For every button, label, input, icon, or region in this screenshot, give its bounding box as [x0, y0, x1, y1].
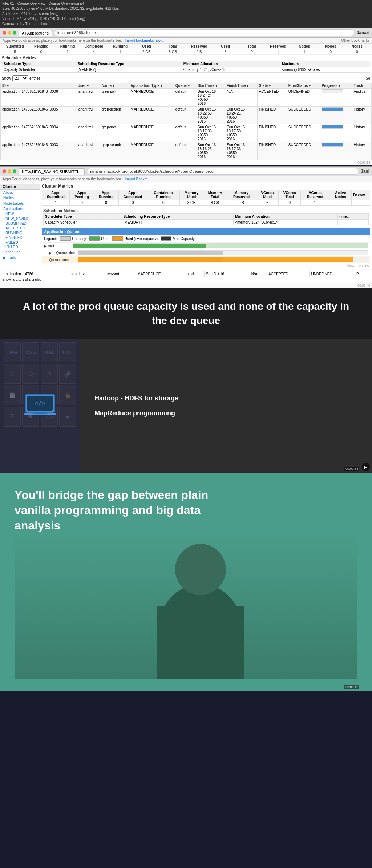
close-dot[interactable] [3, 31, 6, 35]
icon-star: ★ [59, 407, 76, 427]
sidebar-apps-subgroup: NEW NEW_SAVING SUBMITTED ACCEPTED RUNNIN… [0, 212, 40, 249]
col-resource-type: Scheduling Resource Type [76, 61, 182, 67]
icon-link: 🔗 [59, 364, 76, 384]
partial-app-table: application_14766... jananiravi grep-sor… [2, 271, 370, 277]
icon-nodes2: ⬡ [22, 364, 39, 384]
video-file: File: 01 - Course Overview - Course Over… [2, 1, 370, 6]
entries-select[interactable]: 2050100 [12, 75, 28, 81]
scheduler-metrics-2: Scheduler Metrics Scheduler Type Schedul… [42, 207, 370, 227]
video-text-2: MapReduce programming [94, 409, 357, 417]
cluster-main-2: Cluster Metrics Apps Submitted Apps Pend… [40, 182, 372, 270]
sidebar-subitem-newsaving[interactable]: NEW_SAVING [2, 216, 40, 221]
video-left-panel: JPG CSS HTML EXE ⬡ ⬡ ⚙ 🔗 📄 ▦ → 🔒 🗄 🔍 </>… [0, 339, 80, 473]
browser-chrome-1: All Applications localhost:8088/cluster … [0, 28, 372, 38]
col-final: FinalStatus ▾ [287, 83, 320, 89]
bookmarks-link-1[interactable]: Import bookmarks now... [125, 39, 165, 43]
window-controls [3, 31, 16, 35]
icon-css: CSS [22, 342, 39, 362]
svg-point-6 [175, 544, 226, 595]
video-right-panel: Hadoop - HDFS for storage MapReduce prog… [80, 339, 372, 473]
timecode-2: 00:00:40 [0, 283, 372, 288]
sidebar-subitem-killed[interactable]: KILLED [2, 245, 40, 249]
legend-used: Used [89, 236, 109, 241]
resource-type-value: [MEMORY] [76, 67, 182, 73]
scheduler-table-1: Scheduler Type Scheduling Resource Type … [2, 61, 370, 73]
app-queues-section: Application Queues Legend: Capacity Used [42, 228, 370, 263]
bookmarks-link-2[interactable]: Import Bookm... [125, 177, 151, 181]
col-max: Maximum [280, 61, 370, 67]
table-row: application_1476621891846_0003 jananirav… [1, 142, 372, 160]
queue-label-prod: Queue: prod [49, 258, 78, 262]
queue-bar-dev [78, 250, 368, 255]
showing-entries: Showing 1 to 1 of 1 entries [2, 277, 370, 282]
queue-bar-root [73, 243, 368, 248]
col-app-type: Application Type ▾ [129, 83, 174, 89]
table-row: application_14766... jananiravi grep-sor… [2, 271, 370, 277]
timecode-3: 00:00:54 [344, 467, 359, 471]
person-silhouette [15, 533, 357, 679]
queue-row-dev[interactable]: ▶ + Queue: dev [42, 249, 370, 256]
maximize-dot[interactable] [13, 31, 16, 35]
app-id: application_1476621891846_0006 [1, 89, 76, 107]
svg-rect-7 [157, 606, 244, 679]
col-user: User ▾ [76, 83, 100, 89]
col-min-alloc: Minimum Allocation [182, 61, 280, 67]
video-text-1: Hadoop - HDFS for storage [94, 395, 357, 402]
icon-exe: EXE [59, 342, 76, 362]
sidebar-subitem-accepted[interactable]: ACCEPTED [2, 226, 40, 231]
sidebar-subitem-finished[interactable]: FINISHED [2, 235, 40, 240]
table-row: application_1476621891846_0005 jananirav… [1, 107, 372, 124]
sidebar-subitem-submitted[interactable]: SUBMITTED [2, 221, 40, 226]
sidebar-item-nodelabels[interactable]: Node Labels [0, 201, 40, 206]
other-bookmarks-1: Other Bookmarks [341, 39, 369, 43]
sidebar-item-about[interactable]: About [0, 190, 40, 195]
laptop-icon: </> [22, 391, 58, 421]
applications-table: ID ▾ User ▾ Name ▾ Application Type ▾ Qu… [0, 83, 372, 160]
minimize-dot-2[interactable] [8, 169, 11, 173]
scheduler-type-value: Capacity Scheduler [2, 67, 76, 73]
browser-brand-1: Janari [357, 30, 369, 35]
address-bar-2[interactable]: jananis-macbook-pro.local:8088/cluster/s… [87, 168, 359, 175]
sidebar-item-tools[interactable]: ▶ Tools [0, 255, 40, 260]
person-area [15, 533, 357, 679]
cluster-metrics-section-1: Submitted Pending Running Completed Runn… [0, 44, 372, 165]
col-start: StartTime ▾ [196, 83, 225, 89]
legend-label: Legend: [44, 237, 57, 241]
sidebar-cluster-title: Cluster [0, 184, 40, 190]
address-bar-1[interactable]: localhost:8088/cluster [54, 29, 355, 36]
laptop-svg: </> [22, 391, 58, 420]
video-info-bar: File: 01 - Course Overview - Course Over… [0, 0, 372, 28]
icon-lock: 🔒 [59, 385, 76, 405]
sidebar-subitem-running[interactable]: RUNNING [2, 231, 40, 235]
icon-gear: ⚙ [41, 364, 58, 384]
scheduler-table-2: Scheduler Type Scheduling Resource Type … [43, 213, 369, 225]
timecode-1: 00:00:18 [0, 160, 372, 165]
sidebar-item-applications[interactable]: Applications [0, 206, 40, 212]
video-audio: Audio: aac, 44100 Hz, stereo (eng) [2, 11, 370, 16]
sidebar-subitem-failed[interactable]: FAILED [2, 240, 40, 245]
close-dot-2[interactable] [3, 169, 6, 173]
queue-row-prod[interactable]: Queue: prod [42, 256, 370, 263]
legend-max-capacity: Max Capacity [161, 236, 195, 241]
cluster-layout-2: Cluster About Nodes Node Labels Applicat… [0, 182, 372, 270]
col-id: ID ▾ [1, 83, 76, 89]
queue-bar-prod [78, 257, 368, 262]
sidebar-subitem-new[interactable]: NEW [2, 212, 40, 216]
bookmarks-bar-2: Apps For quick access, place your bookma… [0, 176, 372, 182]
legend-used-over: Used (over capacity) [112, 236, 158, 241]
col-finish: FinishTime ▾ [225, 83, 258, 89]
minimize-dot[interactable] [8, 31, 11, 35]
browser-tab-2[interactable]: NEW,NEW_SAVING,SUBMITTI... [19, 168, 85, 175]
sidebar-item-nodes[interactable]: Nodes [0, 195, 40, 201]
sidebar-item-scheduler[interactable]: Scheduler [0, 249, 40, 255]
col-progress: Progress ▾ [320, 83, 352, 89]
legend-capacity: Capacity [60, 236, 86, 241]
col-scheduler-type: Scheduler Type [2, 61, 76, 67]
partial-app-row: application_14766... jananiravi grep-sor… [0, 270, 372, 283]
search-label: Se [366, 76, 370, 80]
svg-text:</>: </> [35, 400, 45, 407]
browser-tab-1[interactable]: All Applications [19, 30, 52, 36]
timecode-4: 00:01:12 [344, 685, 359, 689]
maximize-dot-2[interactable] [13, 169, 16, 173]
video-video: Video: h264, yuv420p, 1280x720, 30.00 fp… [2, 16, 370, 21]
